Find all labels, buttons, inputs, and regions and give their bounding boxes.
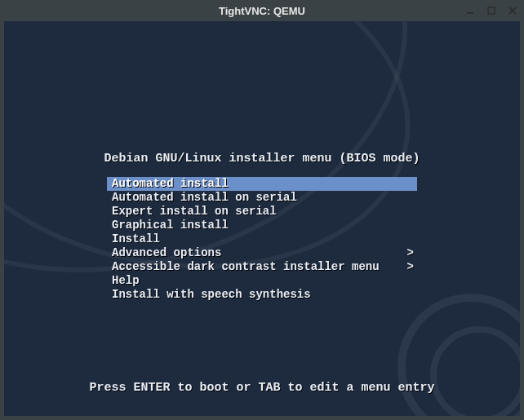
svg-rect-0 [467,12,473,14]
boot-menu-item[interactable]: Help [107,274,417,288]
submenu-arrow-icon: > [407,246,414,260]
window-controls [464,0,519,21]
boot-menu-item-label: Graphical install [112,219,229,232]
window-title: TightVNC: QEMU [219,5,305,17]
boot-menu-title: Debian GNU/Linux installer menu (BIOS mo… [104,152,420,166]
debian-swirl-icon [397,294,520,416]
boot-menu-item-label: Install with speech synthesis [112,288,311,301]
boot-menu-item[interactable]: Automated install on serial [107,191,417,205]
debian-swirl-icon [430,326,520,416]
boot-menu-item[interactable]: Install with speech synthesis [107,288,417,302]
boot-menu-item-label: Install [112,232,160,245]
boot-menu-footer-hint: Press ENTER to boot or TAB to edit a men… [4,381,520,395]
close-button[interactable] [506,4,519,17]
vnc-viewport: Debian GNU/Linux installer menu (BIOS mo… [4,21,520,416]
boot-menu-item-label: Automated install on serial [112,191,297,204]
boot-menu-item[interactable]: Automated install [107,177,417,191]
boot-menu-item[interactable]: Expert install on serial [107,205,417,219]
maximize-button[interactable] [485,4,498,17]
boot-menu-item[interactable]: Accessible dark contrast installer menu> [107,260,417,274]
minimize-button[interactable] [464,4,477,17]
boot-menu-item-label: Advanced options [112,246,221,259]
boot-menu: Debian GNU/Linux installer menu (BIOS mo… [4,152,520,302]
boot-menu-item-label: Automated install [112,177,229,190]
boot-menu-item-label: Expert install on serial [112,205,277,218]
boot-menu-item[interactable]: Graphical install [107,219,417,232]
boot-menu-item-label: Help [112,274,140,287]
svg-rect-1 [488,7,495,14]
boot-menu-item[interactable]: Install [107,232,417,246]
boot-menu-item-label: Accessible dark contrast installer menu [112,260,380,273]
boot-menu-list: Automated installAutomated install on se… [107,177,417,302]
submenu-arrow-icon: > [407,260,414,274]
window-titlebar: TightVNC: QEMU [0,0,524,21]
boot-menu-item[interactable]: Advanced options> [107,246,417,260]
